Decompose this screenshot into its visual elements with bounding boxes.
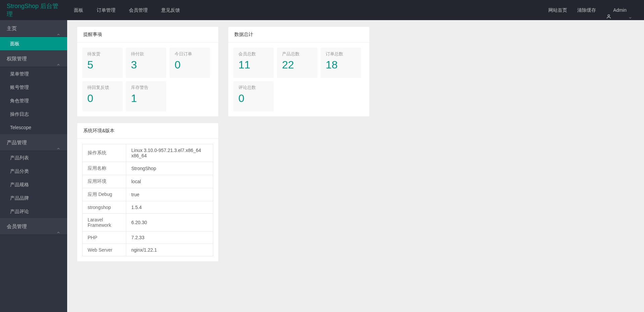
env-key: 应用环境 bbox=[83, 175, 126, 188]
side-group-title-permissions[interactable]: 权限管理 bbox=[0, 50, 67, 67]
env-val: Linux 3.10.0-957.21.3.el7.x86_64 x86_64 bbox=[126, 144, 213, 162]
sidebar-item-product-brands[interactable]: 产品品牌 bbox=[0, 191, 67, 205]
stat-label: 产品总数 bbox=[282, 51, 312, 57]
chevron-up-icon bbox=[56, 27, 60, 31]
nav-orders[interactable]: 订单管理 bbox=[90, 0, 122, 20]
table-row: 应用环境local bbox=[83, 175, 213, 188]
stat-stock-alert[interactable]: 库存警告 1 bbox=[126, 81, 166, 111]
side-group-title-home[interactable]: 主页 bbox=[0, 20, 67, 37]
stat-value: 0 bbox=[87, 92, 118, 105]
link-clear-cache[interactable]: 清除缓存 bbox=[572, 0, 601, 20]
stat-label: 待回复反馈 bbox=[87, 85, 118, 91]
nav-dashboard[interactable]: 面板 bbox=[67, 0, 90, 20]
stat-orders[interactable]: 订单总数 18 bbox=[321, 48, 361, 78]
side-group-label: 会员管理 bbox=[7, 218, 27, 235]
user-menu[interactable]: Admin bbox=[601, 0, 637, 20]
table-row: strongshop1.5.4 bbox=[83, 201, 213, 214]
stat-label: 待发货 bbox=[87, 51, 118, 57]
svg-point-0 bbox=[608, 15, 610, 16]
logo[interactable]: StrongShop 后台管理 bbox=[0, 2, 67, 18]
side-group-products: 产品管理 产品列表 产品分类 产品规格 产品品牌 产品评论 bbox=[0, 134, 67, 218]
side-group-label: 主页 bbox=[7, 20, 17, 37]
stat-value: 0 bbox=[238, 92, 269, 105]
stat-value: 5 bbox=[87, 59, 118, 71]
stat-value: 18 bbox=[326, 59, 356, 71]
table-row: PHP7.2.33 bbox=[83, 231, 213, 244]
card-header-env: 系统环境&版本 bbox=[77, 123, 218, 139]
stat-label: 评论总数 bbox=[238, 85, 269, 91]
top-right: 网站首页 清除缓存 Admin bbox=[543, 0, 644, 20]
chevron-up-icon bbox=[56, 224, 60, 228]
header: StrongShop 后台管理 面板 订单管理 会员管理 意见反馈 网站首页 清… bbox=[0, 0, 644, 20]
card-header-totals: 数据总计 bbox=[228, 27, 369, 43]
env-key: 应用 Debug bbox=[83, 188, 126, 201]
card-header-reminders: 提醒事项 bbox=[77, 27, 218, 43]
table-row: 应用 Debugtrue bbox=[83, 188, 213, 201]
stat-reviews[interactable]: 评论总数 0 bbox=[233, 81, 274, 111]
env-key: strongshop bbox=[83, 201, 126, 214]
content: 提醒事项 待发货 5 待付款 3 今日订单 0 bbox=[67, 20, 644, 268]
sidebar-item-product-list[interactable]: 产品列表 bbox=[0, 151, 67, 164]
top-nav: 面板 订单管理 会员管理 意见反馈 bbox=[67, 0, 543, 20]
card-reminders: 提醒事项 待发货 5 待付款 3 今日订单 0 bbox=[77, 27, 218, 116]
table-row: 应用名称StrongShop bbox=[83, 162, 213, 175]
side-group-title-products[interactable]: 产品管理 bbox=[0, 134, 67, 151]
stat-members[interactable]: 会员总数 11 bbox=[233, 48, 274, 78]
env-key: Web Server bbox=[83, 244, 126, 256]
chevron-up-icon bbox=[56, 57, 60, 61]
sidebar: 主页 面板 权限管理 菜单管理 账号管理 角色管理 操作日志 Telescope… bbox=[0, 20, 67, 268]
side-group-label: 产品管理 bbox=[7, 134, 27, 151]
stat-pending-ship[interactable]: 待发货 5 bbox=[82, 48, 123, 78]
sidebar-item-oplogs[interactable]: 操作日志 bbox=[0, 107, 67, 121]
stat-label: 今日订单 bbox=[175, 51, 205, 57]
env-key: PHP bbox=[83, 231, 126, 244]
sidebar-item-product-reviews[interactable]: 产品评论 bbox=[0, 205, 67, 218]
stat-label: 待付款 bbox=[131, 51, 161, 57]
env-key: Laravel Framework bbox=[83, 214, 126, 231]
nav-members[interactable]: 会员管理 bbox=[122, 0, 154, 20]
stat-label: 订单总数 bbox=[326, 51, 356, 57]
nav-feedback[interactable]: 意见反馈 bbox=[154, 0, 187, 20]
sidebar-item-product-specs[interactable]: 产品规格 bbox=[0, 178, 67, 191]
sidebar-item-accounts[interactable]: 账号管理 bbox=[0, 81, 67, 94]
table-row: Web Servernginx/1.22.1 bbox=[83, 244, 213, 256]
sidebar-item-roles[interactable]: 角色管理 bbox=[0, 94, 67, 107]
card-env: 系统环境&版本 操作系统Linux 3.10.0-957.21.3.el7.x8… bbox=[77, 123, 218, 261]
stat-value: 11 bbox=[238, 59, 269, 71]
side-group-members: 会员管理 bbox=[0, 218, 67, 235]
side-group-title-members[interactable]: 会员管理 bbox=[0, 218, 67, 235]
link-site-home[interactable]: 网站首页 bbox=[543, 0, 572, 20]
stat-value: 0 bbox=[175, 59, 205, 71]
env-key: 应用名称 bbox=[83, 162, 126, 175]
env-val: nginx/1.22.1 bbox=[126, 244, 213, 256]
stat-label: 会员总数 bbox=[238, 51, 269, 57]
stat-today-orders[interactable]: 今日订单 0 bbox=[170, 48, 210, 78]
table-row: 操作系统Linux 3.10.0-957.21.3.el7.x86_64 x86… bbox=[83, 144, 213, 162]
env-val: 7.2.33 bbox=[126, 231, 213, 244]
stat-pending-feedback[interactable]: 待回复反馈 0 bbox=[82, 81, 123, 111]
user-name: Admin bbox=[613, 0, 627, 20]
env-val: StrongShop bbox=[126, 162, 213, 175]
env-val: 6.20.30 bbox=[126, 214, 213, 231]
card-totals: 数据总计 会员总数 11 产品总数 22 订单总数 18 bbox=[228, 27, 369, 116]
side-group-home: 主页 面板 bbox=[0, 20, 67, 50]
env-val: local bbox=[126, 175, 213, 188]
sidebar-item-dashboard[interactable]: 面板 bbox=[0, 37, 67, 50]
stat-value: 3 bbox=[131, 59, 161, 71]
env-val: true bbox=[126, 188, 213, 201]
chevron-down-icon bbox=[628, 8, 632, 12]
table-row: Laravel Framework6.20.30 bbox=[83, 214, 213, 231]
side-group-permissions: 权限管理 菜单管理 账号管理 角色管理 操作日志 Telescope bbox=[0, 50, 67, 134]
sidebar-item-telescope[interactable]: Telescope bbox=[0, 121, 67, 134]
chevron-up-icon bbox=[56, 141, 60, 145]
user-icon bbox=[606, 7, 611, 13]
stat-value: 22 bbox=[282, 59, 312, 71]
sidebar-item-product-categories[interactable]: 产品分类 bbox=[0, 164, 67, 178]
stat-label: 库存警告 bbox=[131, 85, 161, 91]
stat-products[interactable]: 产品总数 22 bbox=[277, 48, 317, 78]
env-val: 1.5.4 bbox=[126, 201, 213, 214]
env-table: 操作系统Linux 3.10.0-957.21.3.el7.x86_64 x86… bbox=[82, 144, 213, 256]
stat-pending-pay[interactable]: 待付款 3 bbox=[126, 48, 166, 78]
env-key: 操作系统 bbox=[83, 144, 126, 162]
sidebar-item-menus[interactable]: 菜单管理 bbox=[0, 67, 67, 81]
